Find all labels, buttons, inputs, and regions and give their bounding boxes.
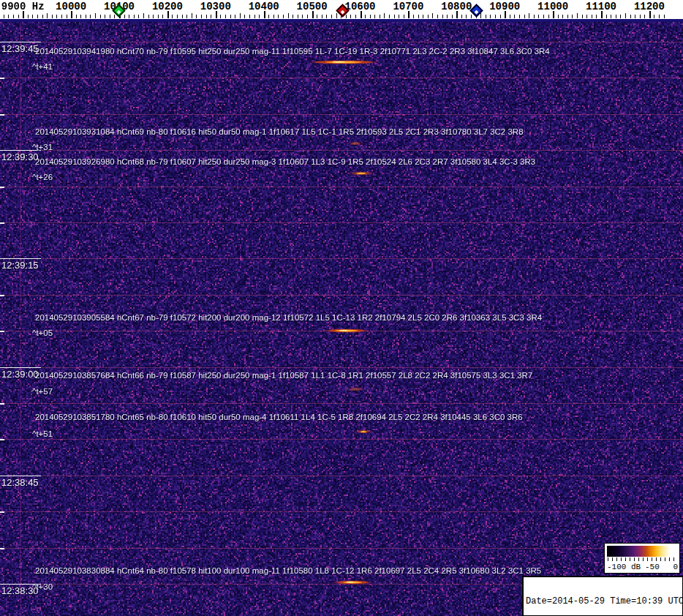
freq-tick [182, 15, 183, 18]
freq-tick [336, 13, 337, 18]
freq-tick [52, 15, 53, 18]
freq-tick [625, 13, 626, 18]
detection-log-line: 20140529103857684 hCnt66 nb-79 f10587 hi… [35, 371, 532, 380]
freq-tick [90, 15, 91, 18]
time-label: 12:39:00 [1, 369, 39, 380]
marker-center-dot [341, 10, 345, 15]
time-tick-5s [0, 548, 4, 549]
time-tick-5s [0, 187, 4, 188]
detection-time-offset: ^t+05 [32, 328, 53, 337]
db-tick [608, 557, 608, 561]
db-mid-label: -50 [645, 563, 660, 571]
freq-label: 11100 [586, 1, 616, 12]
freq-label: 11200 [634, 1, 665, 12]
freq-label: 11000 [537, 1, 568, 12]
freq-tick [80, 15, 81, 18]
db-tick [621, 557, 622, 561]
freq-tick [582, 15, 583, 18]
freq-tick [37, 15, 38, 18]
freq-tick [196, 15, 197, 18]
time-tick-15s [0, 367, 41, 368]
db-color-legend: -100 dB -50 0 [604, 543, 680, 574]
time-tick-15s [0, 42, 41, 42]
freq-tick [8, 15, 9, 18]
freq-tick [452, 15, 453, 18]
freq-tick [298, 15, 298, 18]
freq-tick [326, 15, 327, 18]
ruler-bottom-band [0, 19, 683, 22]
marker-center-dot [117, 10, 121, 15]
spectrogram-window: 9900 Hz100001010010200103001040010500106… [0, 0, 683, 616]
time-tick-5s [0, 331, 4, 332]
time-tick-5s [0, 78, 4, 79]
db-tick [673, 557, 674, 561]
freq-tick [500, 15, 501, 18]
freq-tick [538, 15, 539, 18]
freq-tick [529, 13, 529, 18]
freq-tick [138, 15, 139, 18]
freq-tick [220, 15, 221, 18]
detection-time-offset: ^t+26 [32, 173, 53, 181]
freq-tick [567, 15, 568, 18]
freq-tick [586, 15, 587, 18]
freq-tick [249, 15, 250, 18]
freq-tick [572, 15, 573, 18]
db-tick [634, 557, 635, 561]
time-tick-5s [0, 222, 4, 224]
info-date-time: Date=2014-05-29 Time=10:39 UTC [526, 597, 682, 606]
detection-log-line: 20140529103941980 hCnt70 nb-79 f10595 hi… [35, 47, 550, 56]
freq-tick [461, 15, 462, 18]
db-tick [643, 557, 644, 561]
freq-tick [240, 13, 241, 18]
freq-tick [28, 15, 29, 18]
freq-tick [13, 15, 14, 18]
time-tick-5s [0, 511, 4, 513]
freq-label: 10200 [152, 1, 183, 12]
freq-tick [230, 15, 231, 18]
freq-tick [177, 15, 178, 18]
freq-tick [244, 15, 245, 18]
freq-tick [186, 15, 187, 18]
freq-tick [114, 15, 115, 18]
db-tick [656, 557, 657, 561]
station-info-box: Date=2014-05-29 Time=10:39 UTC Freq=143 … [522, 576, 683, 616]
freq-tick [480, 13, 481, 18]
db-tick [652, 557, 652, 561]
detection-log-line: 20140529103905584 hCnt67 nb-79 f10572 hi… [35, 313, 542, 322]
freq-tick [211, 15, 211, 18]
time-label: 12:39:15 [1, 260, 39, 271]
freq-tick [148, 15, 149, 18]
freq-tick [630, 15, 631, 18]
db-min-label: -100 dB [607, 563, 641, 571]
freq-tick [394, 15, 395, 18]
freq-tick [664, 15, 665, 18]
freq-label: 10900 [489, 1, 520, 12]
freq-tick [432, 13, 433, 18]
freq-tick [616, 15, 616, 18]
time-tick-5s [0, 114, 4, 116]
freq-tick [418, 15, 419, 18]
freq-tick [534, 15, 535, 18]
freq-tick [558, 15, 559, 18]
db-max-label: 0 [673, 563, 678, 571]
time-label: 12:39:30 [1, 151, 39, 162]
freq-tick [124, 15, 125, 18]
detection-log-line: 20140529103830884 hCnt64 nb-80 f10578 hi… [35, 566, 541, 575]
freq-tick [654, 15, 654, 18]
freq-tick [32, 15, 33, 18]
freq-tick [206, 15, 207, 18]
freq-tick [562, 15, 563, 18]
freq-tick [105, 15, 105, 18]
freq-tick [331, 15, 332, 18]
freq-tick [365, 15, 366, 18]
freq-tick [110, 15, 110, 18]
freq-tick [288, 13, 289, 18]
freq-tick [158, 15, 159, 18]
freq-tick [495, 15, 496, 18]
freq-tick [268, 15, 269, 18]
freq-tick [466, 15, 467, 18]
freq-tick [317, 15, 317, 18]
freq-tick [322, 15, 322, 18]
db-tick [625, 557, 626, 561]
detection-log-line: 20140529103926980 hCnt68 nb-79 f10607 hi… [35, 157, 535, 166]
